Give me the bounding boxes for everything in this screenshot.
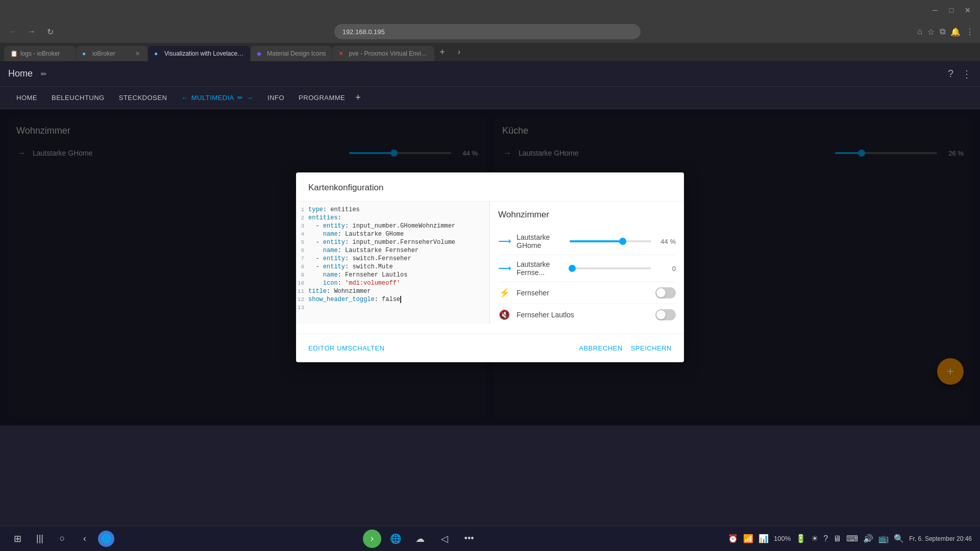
save-button[interactable]: SPEICHERN xyxy=(631,340,672,356)
preview-panel: Wohnzimmer ⟶ Lautstarke GHome 44 % ⟶ xyxy=(490,202,684,334)
preview-title: Wohnzimmer xyxy=(498,210,676,220)
more-apps-icon[interactable]: ••• xyxy=(459,529,479,549)
preview-entity-ghome: ⟶ Lautstarke GHome 44 % xyxy=(498,228,676,255)
cloud-icon[interactable]: ☁ xyxy=(410,529,430,549)
reload-button[interactable]: ↻ xyxy=(43,24,57,39)
globe-icon[interactable]: 🌐 xyxy=(385,529,406,549)
preview-value-ghome: 44 % xyxy=(657,238,676,245)
tab-label-iobroker: ioBroker xyxy=(92,50,130,57)
screen-share-icon[interactable]: 📺 xyxy=(878,534,889,543)
code-line-9: 9 name: Fernseher Lautlos xyxy=(296,271,489,279)
taskbar-multitask-icon[interactable]: ||| xyxy=(31,530,49,548)
taskbar-right: ⏰ 📶 📊 100% 🔋 ☀ ? 🖥 ⌨ 🔊 📺 🔍 Fr, 6. Septem… xyxy=(728,534,972,543)
help-icon[interactable]: ? xyxy=(948,68,953,80)
tab-lovelace[interactable]: ● Visualization with Lovelace-UI xyxy=(148,46,250,61)
preview-name-ghome: Lautstarke GHome xyxy=(517,233,564,249)
browser-nav-bar: ← → ↻ 192.168.0.195 ⌂ ☆ ⧉ 🔔 ⋮ xyxy=(0,20,980,43)
preview-slider-fernseher[interactable] xyxy=(570,267,651,269)
window-controls: ─ □ ✕ xyxy=(928,3,975,17)
dialog-footer: EDITOR UMSCHALTEN ABBRECHEN SPEICHERN xyxy=(296,334,684,362)
app-area: Home ✏ ? ⋮ HOME BELEUCHTUNG STECKDOSEN ←… xyxy=(0,61,980,525)
wifi-icon[interactable]: 📶 xyxy=(743,534,753,543)
new-tab-button[interactable]: + xyxy=(435,45,449,59)
taskbar-home-icon[interactable]: ○ xyxy=(53,530,71,548)
code-line-1: 1 type: entities xyxy=(296,206,489,214)
dashboard: Wohnzimmer → Lautstarke GHome 44 % Küche… xyxy=(0,109,980,425)
preview-slider-ghome[interactable] xyxy=(570,240,651,242)
keyboard-icon[interactable]: ⌨ xyxy=(846,534,858,543)
address-bar[interactable]: 192.168.0.195 xyxy=(334,24,641,39)
nav-add-button[interactable]: + xyxy=(353,90,363,105)
help-taskbar-icon[interactable]: ? xyxy=(823,534,828,543)
alarm-icon[interactable]: ⏰ xyxy=(728,534,738,543)
minimize-button[interactable]: ─ xyxy=(928,3,942,17)
tab-favicon-pve: ✕ xyxy=(338,50,346,57)
close-button[interactable]: ✕ xyxy=(961,3,975,17)
preview-name-lautlos: Fernseher Lautlos xyxy=(517,311,649,319)
dialog-body: 1 type: entities 2 entities: 3 - entity:… xyxy=(296,202,684,334)
home-header: Home ✏ ? ⋮ xyxy=(0,61,980,87)
kartenkonfiguration-dialog: Kartenkonfiguration 1 type: entities 2 e… xyxy=(296,172,684,362)
tab-logs[interactable]: 📋 logs - ioBroker xyxy=(4,46,76,61)
code-line-2: 2 entities: xyxy=(296,214,489,222)
preview-entity-fernseher: ⚡ Fernseher xyxy=(498,282,676,304)
toggle-fernseher[interactable] xyxy=(655,287,676,298)
preview-entity-lautlos: 🔇 Fernseher Lautlos xyxy=(498,304,676,325)
maximize-button[interactable]: □ xyxy=(944,3,959,17)
code-line-12: 12 show_header_toggle: false xyxy=(296,295,489,304)
notifications-icon[interactable]: 🔔 xyxy=(950,27,961,37)
nav-item-steckdosen[interactable]: STECKDOSEN xyxy=(113,91,174,105)
bookmark-icon[interactable]: ☆ xyxy=(927,27,935,37)
nav-item-info[interactable]: INFO xyxy=(261,91,290,105)
tab-iobroker[interactable]: ● ioBroker ✕ xyxy=(76,46,148,61)
code-line-10: 10 icon: 'mdi:volumeoff' xyxy=(296,279,489,287)
battery-pct-text: 100% xyxy=(774,535,791,542)
dialog-actions: ABBRECHEN SPEICHERN xyxy=(579,340,672,356)
header-right: ? ⋮ xyxy=(948,68,972,80)
tab-mdi[interactable]: ◆ Material Design Icons xyxy=(251,46,332,61)
signal-icon[interactable]: 📊 xyxy=(758,534,769,543)
search-taskbar-icon[interactable]: 🔍 xyxy=(894,534,904,543)
forward-button[interactable]: → xyxy=(24,24,39,39)
menu-icon[interactable]: ⋮ xyxy=(966,27,974,37)
scroll-tabs-right[interactable]: › xyxy=(452,45,466,59)
taskbar-left: ⊞ ||| ○ ‹ 🌐 xyxy=(8,530,114,548)
forward-arrow-icon: → xyxy=(247,94,254,102)
tabs-icon[interactable]: ⧉ xyxy=(940,27,945,36)
tab-close-iobroker[interactable]: ✕ xyxy=(133,49,141,58)
taskbar-back-icon[interactable]: ‹ xyxy=(76,530,94,548)
next-page-icon[interactable]: › xyxy=(363,530,381,548)
nav-item-home[interactable]: HOME xyxy=(10,91,43,105)
code-line-13: 13 xyxy=(296,304,489,311)
nav-right-actions: ⌂ ☆ ⧉ 🔔 ⋮ xyxy=(917,27,974,37)
arrow-icon-fernseher-vol: ⟶ xyxy=(498,263,510,274)
edit-nav-icon[interactable]: ✏ xyxy=(237,94,243,102)
app-avatar[interactable]: 🌐 xyxy=(98,531,114,547)
tab-pve[interactable]: ✕ pve - Proxmox Virtual Environment xyxy=(332,46,434,61)
code-editor[interactable]: 1 type: entities 2 entities: 3 - entity:… xyxy=(296,202,490,324)
brightness-icon[interactable]: ☀ xyxy=(811,534,818,543)
bolt-icon-fernseher: ⚡ xyxy=(498,287,510,298)
taskbar-grid-icon[interactable]: ⊞ xyxy=(8,530,27,548)
avatar-letter: 🌐 xyxy=(101,534,111,543)
code-line-8: 8 - entity: switch.Mute xyxy=(296,263,489,271)
nav-item-beleuchtung[interactable]: BELEUCHTUNG xyxy=(45,91,111,105)
nav-item-multimedia[interactable]: ← MULTIMEDIA ✏ → xyxy=(175,91,259,105)
battery-icon[interactable]: 🔋 xyxy=(796,534,806,543)
home-nav-icon[interactable]: ⌂ xyxy=(917,27,922,36)
cancel-button[interactable]: ABBRECHEN xyxy=(579,340,622,356)
toggle-lautlos[interactable] xyxy=(655,309,676,320)
more-options-icon[interactable]: ⋮ xyxy=(962,68,972,80)
code-line-5: 5 - entity: input_number.FernseherVolume xyxy=(296,238,489,246)
back-button[interactable]: ← xyxy=(6,24,20,39)
display-icon[interactable]: 🖥 xyxy=(833,534,841,543)
volume-taskbar-icon[interactable]: 🔊 xyxy=(863,534,873,543)
editor-toggle-button[interactable]: EDITOR UMSCHALTEN xyxy=(308,340,385,356)
nav-menu: HOME BELEUCHTUNG STECKDOSEN ← MULTIMEDIA… xyxy=(0,87,980,109)
nav-item-programme[interactable]: PROGRAMME xyxy=(292,91,351,105)
code-line-6: 6 name: Lautstarke Fernseher xyxy=(296,246,489,255)
url-text: 192.168.0.195 xyxy=(342,28,385,36)
preview-entity-fernseher-vol: ⟶ Lautstarke Fernse... 0 xyxy=(498,255,676,282)
edit-title-icon[interactable]: ✏ xyxy=(41,70,47,78)
location-icon[interactable]: ◁ xyxy=(434,529,455,549)
